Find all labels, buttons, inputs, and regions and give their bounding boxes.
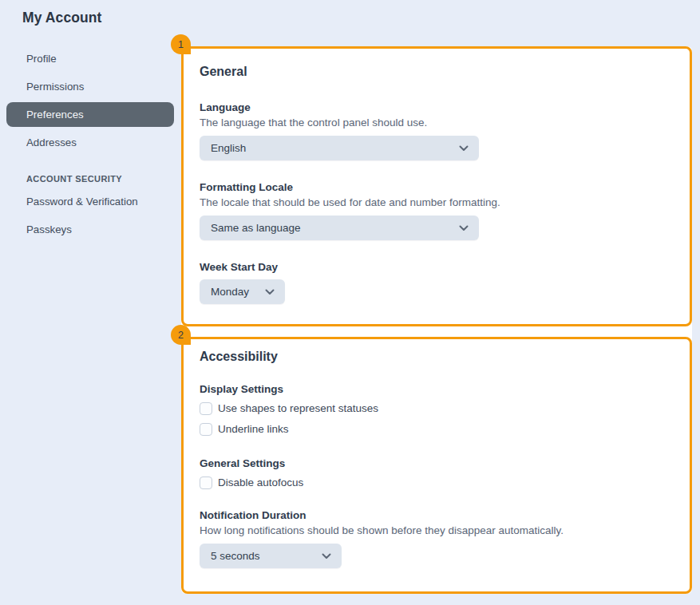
display-settings-label: Display Settings [200,382,674,396]
sidebar-item-profile[interactable]: Profile [6,46,174,71]
language-field: Language The language that the control p… [200,101,674,160]
underline-links-checkbox[interactable] [200,423,212,436]
notification-duration-select-value: 5 seconds [211,550,260,562]
week-start-day-select[interactable]: Monday [200,279,285,304]
use-shapes-checkbox[interactable] [200,402,212,415]
formatting-locale-select-value: Same as language [211,222,301,234]
annotation-badge-2: 2 [171,325,191,345]
disable-autofocus-checkbox-label[interactable]: Disable autofocus [218,476,303,489]
language-description: The language that the control panel shou… [200,116,674,129]
language-select-value: English [211,142,246,154]
chevron-down-icon [265,289,275,295]
disable-autofocus-checkbox[interactable] [200,476,212,489]
annotation-badge-1: 1 [171,34,191,54]
formatting-locale-label: Formatting Locale [200,180,674,194]
notification-duration-select[interactable]: 5 seconds [200,544,342,568]
disable-autofocus-checkbox-row[interactable]: Disable autofocus [200,476,674,489]
chevron-down-icon [459,225,469,231]
use-shapes-checkbox-label[interactable]: Use shapes to represent statuses [218,401,378,415]
week-start-day-label: Week Start Day [200,260,674,274]
language-label: Language [200,101,674,114]
underline-links-checkbox-row[interactable]: Underline links [200,422,674,436]
language-select[interactable]: English [200,136,479,160]
general-annotation-box: 1 General Language The language that the… [181,46,692,326]
general-settings-label: General Settings [200,457,674,470]
underline-links-checkbox-label[interactable]: Underline links [218,422,289,436]
chevron-down-icon [459,145,469,152]
my-account-page: My Account Profile Permissions Preferenc… [0,0,700,605]
formatting-locale-select[interactable]: Same as language [200,216,479,240]
sidebar-item-permissions[interactable]: Permissions [6,74,174,99]
accessibility-annotation-box: 2 Accessibility Display Settings Use sha… [181,337,692,594]
use-shapes-checkbox-row[interactable]: Use shapes to represent statuses [200,401,674,415]
page-title: My Account [22,10,102,26]
general-settings-group: General Settings Disable autofocus [200,457,674,489]
sidebar-item-preferences[interactable]: Preferences [6,102,174,127]
week-start-day-field: Week Start Day Monday [200,260,674,304]
sidebar-item-passkeys[interactable]: Passkeys [6,217,174,242]
general-heading: General [200,64,674,80]
sidebar: Profile Permissions Preferences Addresse… [6,46,174,245]
sidebar-item-addresses[interactable]: Addresses [6,130,174,155]
accessibility-heading: Accessibility [200,349,674,365]
chevron-down-icon [322,553,331,560]
sidebar-item-password-verification[interactable]: Password & Verification [6,189,174,214]
formatting-locale-field: Formatting Locale The locale that should… [200,180,674,240]
sidebar-section-heading-account-security: ACCOUNT SECURITY [6,174,174,184]
week-start-day-select-value: Monday [211,286,249,298]
notification-duration-field: Notification Duration How long notificat… [200,508,674,568]
notification-duration-description: How long notifications should be shown b… [200,524,674,537]
notification-duration-label: Notification Duration [200,508,674,522]
display-settings-group: Display Settings Use shapes to represent… [200,382,674,436]
formatting-locale-description: The locale that should be used for date … [200,196,674,209]
